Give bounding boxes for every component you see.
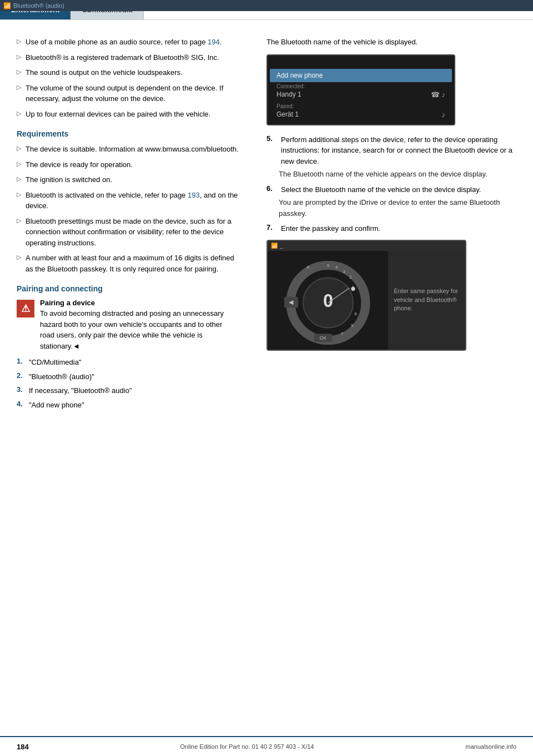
paired-device: Gerät 1 — [276, 110, 299, 118]
intro-bullets: ▷ Use of a mobile phone as an audio sour… — [17, 37, 239, 119]
dial-area: 0 5 4 3 2 1 7 9 8 6 ◀ OK — [268, 251, 388, 350]
step-text: "Bluetooth® (audio)" — [29, 371, 94, 382]
warning-body: To avoid becoming distracted and posing … — [40, 308, 239, 351]
svg-text:9: 9 — [351, 322, 354, 327]
svg-text:8: 8 — [354, 311, 357, 316]
screen-title: Bluetooth® (audio) — [13, 2, 64, 9]
connected-device: Handy 1 — [276, 90, 301, 98]
phone-icon: ☎ ♪ — [431, 90, 445, 99]
warning-title: Pairing a device — [40, 299, 239, 307]
bullet-arrow-icon: ▷ — [17, 53, 21, 61]
step-text: "Add new phone" — [29, 400, 84, 411]
footer-right-text: manualsonline.info — [465, 743, 516, 750]
bullet-item: ▷ Bluetooth® is a registered trademark o… — [17, 52, 239, 63]
svg-text:5: 5 — [326, 263, 329, 268]
bullet-arrow-icon: ▷ — [17, 217, 21, 224]
bullet-arrow-icon: ▷ — [17, 175, 21, 183]
wifi-icon-small: 📶 — [271, 243, 278, 249]
pairing-heading: Pairing and connecting — [17, 284, 239, 293]
bullet-arrow-icon: ▷ — [17, 191, 21, 198]
bullet-text: Bluetooth is activated on the vehicle, r… — [26, 190, 239, 211]
passkey-screen-mockup: 📶 _ 0 5 4 3 2 1 7 — [266, 240, 466, 351]
paired-value: Gerät 1 ♪ — [270, 109, 452, 122]
main-content: ▷ Use of a mobile phone as an audio sour… — [0, 20, 533, 430]
requirements-heading: Requirements — [17, 129, 239, 138]
step-number: 1. — [17, 357, 26, 365]
bullet-text: Use of a mobile phone as an audio source… — [26, 37, 222, 48]
step-text: If necessary, "Bluetooth® audio" — [29, 385, 132, 396]
bullet-text: The sound is output on the vehicle louds… — [26, 67, 183, 78]
bullet-text: The ignition is switched on. — [26, 174, 112, 185]
bullet-arrow-icon: ▷ — [17, 84, 21, 91]
dial-svg: 0 5 4 3 2 1 7 9 8 6 ◀ OK — [278, 250, 378, 350]
step-item: 6. Select the Bluetooth name of the vehi… — [266, 184, 522, 195]
bullet-arrow-icon: ▷ — [17, 68, 21, 75]
svg-text:2: 2 — [349, 275, 352, 280]
screen-menu: Add new phone Connected: Handy 1 ☎ ♪ Pai… — [270, 69, 452, 122]
warning-icon: ⚠ — [17, 300, 34, 317]
bullet-text: Bluetooth® is a registered trademark of … — [26, 52, 219, 63]
warning-content: Pairing a device To avoid becoming distr… — [40, 299, 239, 351]
step-number: 6. — [266, 184, 278, 193]
bullet-item: ▷ The sound is output on the vehicle lou… — [17, 67, 239, 78]
step-item: 3. If necessary, "Bluetooth® audio" — [17, 385, 239, 396]
bullet-item: ▷ The device is suitable. Information at… — [17, 144, 239, 155]
music-icon: ♪ — [442, 110, 446, 119]
step-item: 7. Enter the passkey and confirm. — [266, 223, 522, 234]
step-number: 7. — [266, 223, 278, 231]
bullet-text: A number with at least four and a maximu… — [26, 253, 239, 274]
left-column: ▷ Use of a mobile phone as an audio sour… — [0, 20, 255, 430]
bullet-item: ▷ Bluetooth presettings must be made on … — [17, 216, 239, 249]
page-footer: 184 Online Edition for Part no. 01 40 2 … — [0, 736, 533, 756]
passkey-hint-text: Enter same passkey for vehicle and Bluet… — [394, 287, 460, 313]
step-item: 4. "Add new phone" — [17, 400, 239, 411]
paired-label: Paired: — [270, 102, 452, 109]
right-intro-text: The Bluetooth name of the vehicle is dis… — [266, 37, 522, 48]
bullet-item: ▷ The ignition is switched on. — [17, 174, 239, 185]
svg-point-16 — [351, 286, 355, 290]
connected-label: Connected: — [270, 82, 452, 89]
svg-text:4: 4 — [335, 265, 338, 270]
bullet-text: Bluetooth presettings must be made on th… — [26, 216, 239, 249]
bullet-text: Up to four external devices can be paire… — [26, 109, 210, 120]
step-text: Perform additional steps on the device, … — [281, 134, 522, 167]
bullet-text: The volume of the sound output is depend… — [26, 83, 239, 104]
bullet-arrow-icon: ▷ — [17, 110, 21, 117]
passkey-top-label: _ — [280, 243, 283, 249]
step-number: 3. — [17, 385, 26, 394]
svg-text:6: 6 — [306, 265, 309, 270]
step-text: "CD/Multimedia" — [29, 357, 81, 368]
warning-triangle: ⚠ — [17, 300, 34, 317]
right-column: The Bluetooth name of the vehicle is dis… — [255, 20, 533, 430]
bullet-arrow-icon: ▷ — [17, 254, 21, 261]
bullet-item: ▷ Bluetooth is activated on the vehicle,… — [17, 190, 239, 211]
warning-box: ⚠ Pairing a device To avoid becoming dis… — [17, 299, 239, 351]
bullet-item: ▷ Use of a mobile phone as an audio sour… — [17, 37, 239, 48]
link-194[interactable]: 194 — [208, 38, 220, 46]
pairing-steps: 1. "CD/Multimedia" 2. "Bluetooth® (audio… — [17, 357, 239, 410]
connected-value: Handy 1 ☎ ♪ — [270, 89, 452, 102]
step-number: 4. — [17, 400, 26, 408]
page-number: 184 — [17, 743, 29, 751]
step-number: 5. — [266, 134, 278, 143]
step-text: Select the Bluetooth name of the vehicle… — [281, 184, 481, 195]
step-item: 1. "CD/Multimedia" — [17, 357, 239, 368]
step-sub-text: The Bluetooth name of the vehicle appear… — [279, 169, 522, 180]
bullet-text: The device is suitable. Information at w… — [26, 144, 239, 155]
step-sub-text: You are prompted by the iDrive or device… — [279, 197, 522, 219]
requirements-bullets: ▷ The device is suitable. Information at… — [17, 144, 239, 274]
svg-text:3: 3 — [343, 269, 345, 274]
screen-top-bar: 📶 Bluetooth® (audio) — [0, 0, 533, 11]
bullet-arrow-icon: ▷ — [17, 160, 21, 168]
svg-text:7: 7 — [341, 331, 344, 336]
svg-text:◀: ◀ — [289, 299, 294, 305]
right-steps: 5. Perform additional steps on the devic… — [266, 134, 522, 234]
bullet-item: ▷ Up to four external devices can be pai… — [17, 109, 239, 120]
bullet-arrow-icon: ▷ — [17, 145, 21, 152]
step-number: 2. — [17, 371, 26, 380]
bullet-text: The device is ready for operation. — [26, 159, 133, 170]
footer-center-text: Online Edition for Part no. 01 40 2 957 … — [180, 743, 314, 750]
link-193[interactable]: 193 — [188, 191, 200, 199]
passkey-screen-topbar: 📶 _ — [268, 241, 465, 251]
svg-text:OK: OK — [319, 335, 326, 341]
